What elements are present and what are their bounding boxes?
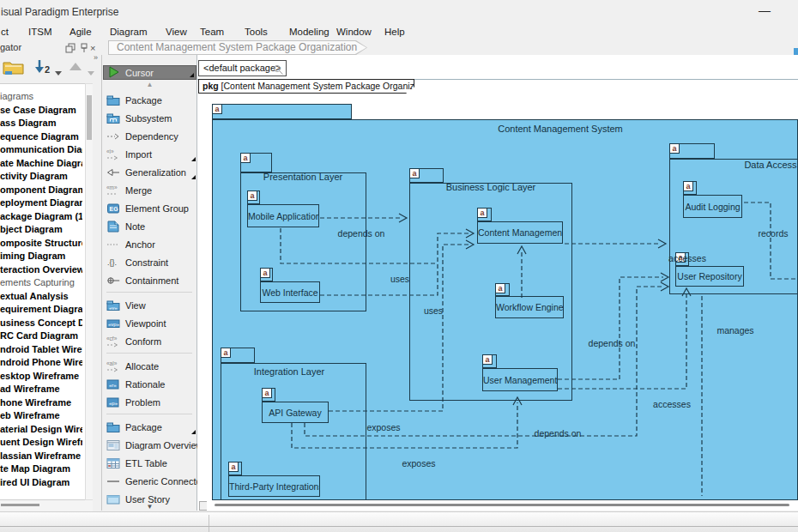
navigator-diagram-item[interactable]: eb Wireframe [0,409,82,423]
tool-constraint[interactable]: .{}.Constraint [102,253,197,271]
tool-rationale[interactable]: «r»Rationale [102,375,197,393]
tool-viewpoint[interactable]: «vp»Viewpoint [102,314,197,332]
tool-package[interactable]: Package [102,91,197,109]
connector-label[interactable]: records [758,228,788,239]
exposes-to-user-repository[interactable] [305,282,668,436]
navigator-diagram-item[interactable]: ctivity Diagram [0,170,82,184]
sort-icon[interactable]: 2 [33,58,53,79]
close-panel-icon[interactable]: × [90,41,100,51]
navigator-diagram-item[interactable]: omponent Diagram [0,184,82,197]
navigator-diagram-item[interactable]: ate Machine Diagram [0,157,82,171]
navigator-diagram-item[interactable]: ndroid Phone Wireframe [0,356,82,370]
navigator-diagram-item[interactable]: hone Wireframe [0,396,82,410]
open-project-icon[interactable] [3,58,25,79]
connector-label[interactable]: accesses [653,399,691,409]
connector-label[interactable]: depends on [535,428,582,438]
connector-label[interactable]: depends on [338,228,385,239]
navigator-diagram-item[interactable]: extual Analysis [0,290,82,304]
menu-agile[interactable]: Agile [70,24,92,40]
api-gateway-depends-on-user-management[interactable] [292,397,522,448]
navigator-diagram-item[interactable]: RC Card Diagram [0,329,82,343]
diagram-canvas[interactable]: <default package> pkg [Content Managemen… [197,55,798,511]
tool-note[interactable]: Note [102,217,197,235]
navigator-diagram-item[interactable]: ommunication Diagram [0,143,82,157]
minimize-button[interactable]: — [747,0,783,22]
menu-diagram[interactable]: Diagram [110,24,147,40]
navigator-diagram-item[interactable]: lassian Wireframe [0,450,82,463]
connector-label[interactable]: exposes [402,458,435,469]
navigator-diagram-item[interactable]: eployment Diagram [0,196,82,210]
menu-team[interactable]: Team [200,24,224,40]
tool-allocate[interactable]: «al»Allocate [102,357,197,375]
tool-generalization[interactable]: Generalization [102,163,197,181]
tool-generic-connector[interactable]: Generic Connector [102,472,197,490]
menu-help[interactable]: Help [384,24,405,40]
navigator-diagram-item[interactable]: iming Diagram [0,250,82,263]
navigator-diagram-item[interactable]: uent Design Wireframe [0,436,82,450]
menu-view[interactable]: View [166,24,187,40]
canvas-horizontal-scrollbar[interactable] [215,504,789,506]
tool-etl-table[interactable]: ETL Table [102,454,197,472]
web-interface-uses-content-management[interactable] [320,229,474,295]
user-management-to-user-repository[interactable] [558,273,668,379]
navigator-diagram-item[interactable]: equirement Diagram [0,303,82,317]
navigator-diagram-item[interactable]: bject Diagram [0,223,82,237]
connector-label[interactable]: uses [390,274,409,284]
connector-label[interactable]: depends on [589,338,636,348]
navigator-vertical-scrollbar[interactable] [85,83,93,500]
menu-modeling[interactable]: Modeling [289,24,329,40]
navigator-diagram-item[interactable]: teraction Overview Diagram [0,263,82,277]
palette-scroll-down[interactable]: ▼ [102,503,197,511]
navigator-diagram-item[interactable]: esktop Wireframe [0,370,82,384]
navigator-group-header[interactable]: ements Capturing [0,276,82,290]
navigator-diagram-item[interactable]: aterial Design Wireframe [0,423,82,437]
connector-label[interactable]: uses [424,305,443,316]
navigator-diagram-item[interactable]: equence Diagram [0,130,82,144]
palette-scroll-up[interactable]: ▲ [102,81,197,88]
menu-itsm[interactable]: ITSM [28,24,51,40]
content-management-depends-on-data-access[interactable] [565,239,666,248]
tool-problem[interactable]: «p»Problem [102,393,197,411]
tool-subsystem[interactable]: Subsystem [102,109,197,127]
api-gateway-exposes-content-management[interactable] [329,240,474,411]
navigator-diagram-item[interactable]: ired UI Diagram [0,476,82,490]
navigator-diagram-item[interactable]: ndroid Tablet Wireframe [0,343,82,357]
navigator-diagram-item[interactable]: ass Diagram [0,117,82,130]
scrollbar-thumb[interactable] [1,504,39,506]
sort-dropdown-icon[interactable] [55,64,62,80]
navigator-diagram-item[interactable]: omposite Structure Diagram [0,237,82,251]
tool-conform[interactable]: «cf»Conform [102,332,197,350]
navigator-diagram-item[interactable]: te Map Diagram [0,462,82,476]
connector-label[interactable]: exposes [366,422,400,432]
connector-label[interactable]: accesses [668,253,706,263]
collapse-dropdown-icon[interactable] [88,64,94,80]
scrollbar-thumb[interactable] [87,95,92,140]
records-connector[interactable] [744,203,798,279]
menu-ct[interactable]: ct [1,24,9,40]
collapse-icon[interactable] [67,60,84,77]
navigator-diagram-item[interactable]: usiness Concept Diagram [0,317,82,330]
tool-import[interactable]: «i»Import [102,145,197,163]
float-panel-icon[interactable] [65,43,76,53]
tool-dependency[interactable]: Dependency [102,127,197,145]
navigator-diagram-item[interactable]: ackage Diagram (1) [0,210,82,224]
tool-merge[interactable]: «m»Merge [102,181,197,199]
navigator-horizontal-scrollbar[interactable] [0,500,93,511]
pin-panel-icon[interactable] [79,43,89,53]
navigator-diagram-item[interactable]: ad Wireframe [0,383,82,396]
tool-view[interactable]: «v»View [102,296,197,314]
navigator-diagram-item[interactable]: se Case Diagram [0,104,82,118]
tool-anchor[interactable]: Anchor [102,235,197,253]
tool-cursor[interactable]: Cursor [103,65,196,80]
tool-containment[interactable]: Containment [102,271,197,289]
connector-label[interactable]: manages [716,325,753,336]
mobile-application-depends-on[interactable] [320,214,407,222]
navigator-group-header[interactable]: iagrams [0,90,82,104]
tool-diagram-overview[interactable]: Diagram Overview [102,436,197,454]
diagram-tab[interactable]: Content Management System Package Organi… [108,40,367,55]
menu-window[interactable]: Window [336,24,372,40]
workflow-engine-uses-content-management[interactable] [517,246,526,298]
tool-element-group[interactable]: EGElement Group [102,199,197,217]
menu-tools[interactable]: Tools [245,24,268,40]
tool-package[interactable]: Package [102,418,197,436]
